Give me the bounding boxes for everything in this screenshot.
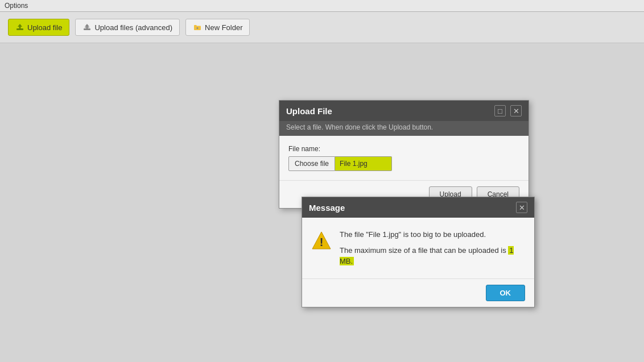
new-folder-label: New Folder [205, 23, 242, 32]
svg-marker-1 [18, 24, 22, 28]
upload-advanced-button[interactable]: Upload files (advanced) [75, 19, 180, 36]
upload-dialog-close-button[interactable]: ✕ [510, 105, 522, 116]
upload-dialog-subtitle: Select a file. When done click the Uploa… [279, 121, 529, 136]
toolbar: Upload file Upload files (advanced) New … [0, 12, 644, 43]
upload-dialog-maximize-button[interactable]: □ [494, 105, 506, 116]
file-input-row: Choose file File 1.jpg [288, 156, 519, 171]
upload-dialog-title: Upload File [286, 106, 332, 116]
svg-rect-4 [85, 27, 89, 28]
svg-rect-2 [84, 28, 90, 30]
main-area: Upload File □ ✕ Select a file. When done… [0, 43, 644, 352]
svg-rect-0 [16, 28, 23, 30]
message-dialog-footer: OK [302, 278, 534, 307]
file-name-label: File name: [288, 145, 519, 153]
message-dialog-close-button[interactable]: ✕ [516, 202, 527, 213]
upload-dialog-header: Upload File □ ✕ [279, 101, 529, 121]
choose-file-button[interactable]: Choose file [288, 156, 335, 171]
upload-advanced-label: Upload files (advanced) [94, 23, 172, 32]
new-folder-button[interactable]: New Folder [185, 19, 250, 36]
message-line1: The file "File 1.jpg" is too big to be u… [340, 229, 525, 240]
upload-dialog-body: File name: Choose file File 1.jpg [279, 136, 529, 180]
folder-icon [193, 23, 202, 32]
message-dialog-body: ! The file "File 1.jpg" is too big to be… [302, 218, 534, 278]
message-dialog-title: Message [309, 203, 345, 213]
upload-file-dialog: Upload File □ ✕ Select a file. When done… [279, 100, 529, 209]
svg-text:!: ! [320, 236, 324, 248]
upload-file-label: Upload file [27, 23, 62, 32]
message-line2: The maximum size of a file that can be u… [340, 245, 525, 267]
message-dialog: Message ✕ ! The file "File 1.jpg" is too… [302, 197, 535, 307]
message-line2-start: The maximum size of a file that can be u… [340, 246, 508, 255]
selected-file-name: File 1.jpg [335, 156, 392, 171]
upload-file-button[interactable]: Upload file [8, 19, 69, 36]
menu-bar: Options [0, 0, 644, 12]
message-dialog-header: Message ✕ [302, 197, 534, 218]
options-menu[interactable]: Options [5, 2, 28, 10]
ok-button[interactable]: OK [486, 285, 526, 301]
message-text: The file "File 1.jpg" is too big to be u… [340, 229, 525, 267]
warning-icon: ! [311, 230, 332, 251]
upload-multi-icon [82, 23, 92, 32]
upload-dialog-controls: □ ✕ [494, 105, 522, 116]
upload-icon [15, 23, 24, 32]
